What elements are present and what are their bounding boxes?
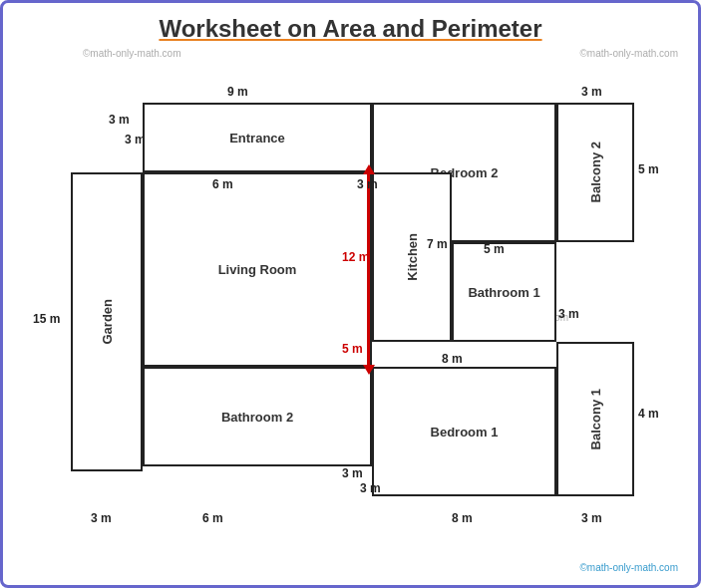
dim-bathroom2-3m: 3 m <box>342 466 363 480</box>
room-balcony1: Balcony 1 <box>556 342 634 496</box>
room-balcony2: Balcony 2 <box>556 103 634 242</box>
dim-3m-2: 3 m <box>360 481 381 495</box>
dim-balcony2-5m: 5 m <box>638 162 659 176</box>
room-entrance: Entrance <box>143 103 372 172</box>
dim-bedroom1-8m: 8 m <box>442 352 463 366</box>
watermark-6: ©math-only-math.com <box>579 562 678 573</box>
dim-balcony1-4m: 4 m <box>638 407 659 421</box>
arrow-head-bottom <box>363 365 375 375</box>
room-bathroom1: Bathroom 1 <box>452 242 556 342</box>
dim-top-right-3m: 3 m <box>581 85 602 99</box>
dim-6m: 6 m <box>212 177 233 191</box>
dim-bottom-8m: 8 m <box>452 511 473 525</box>
dim-left-3m-1: 3 m <box>109 113 130 127</box>
page: Worksheet on Area and Perimeter ©math-on… <box>0 0 701 588</box>
arrow-head-top <box>363 164 375 174</box>
dim-kitchen-7m: 7 m <box>427 237 448 251</box>
watermark-2: ©math-only-math.com <box>579 48 678 59</box>
room-garden: Garden <box>71 172 143 471</box>
dim-3m-kitchen: 3 m <box>357 177 378 191</box>
dim-bottom-3m: 3 m <box>91 511 112 525</box>
dim-arrow-12m: 12 m <box>342 250 369 264</box>
dim-arrow-5m: 5 m <box>342 342 363 356</box>
room-kitchen: Kitchen <box>372 172 452 342</box>
dim-left-3m-2: 3 m <box>125 133 146 147</box>
dim-bottom-right-3m: 3 m <box>581 511 602 525</box>
page-title: Worksheet on Area and Perimeter <box>3 3 698 49</box>
dim-top-9m: 9 m <box>227 85 248 99</box>
dim-bathroom1-3m: 3 m <box>558 307 579 321</box>
dim-overall-15m: 15 m <box>33 312 60 326</box>
room-living-room: Living Room <box>143 172 372 367</box>
room-bathroom2: Bathroom 2 <box>143 367 372 466</box>
dim-bedroom2-5m: 5 m <box>484 242 505 256</box>
measurement-arrow <box>367 172 370 367</box>
watermark-1: ©math-only-math.com <box>83 48 181 59</box>
dim-bottom-6m: 6 m <box>202 511 223 525</box>
room-bedroom1: Bedroom 1 <box>372 367 556 496</box>
